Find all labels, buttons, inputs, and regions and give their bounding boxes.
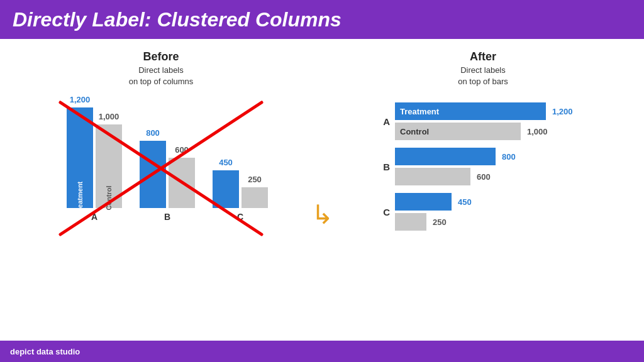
col-group-c: 450 250 C [213, 170, 268, 222]
hbar-row-control-a: Control 1,000 [395, 123, 573, 140]
group-a-label: A [91, 212, 97, 222]
hbar-value-treatment-b: 800 [502, 152, 516, 162]
hbar-row-treatment-b: 800 [395, 148, 516, 165]
hbar-control-c [395, 213, 426, 231]
hbar-treatment-b [395, 148, 496, 165]
hbar-label-b: B [376, 162, 390, 172]
hbar-value-treatment-a: 1,200 [552, 107, 573, 116]
hbar-row-treatment-c: 450 [395, 193, 472, 211]
hbar-value-treatment-c: 450 [458, 197, 472, 207]
after-chart: A Treatment 1,200 Control 1,000 [376, 102, 590, 238]
bar-treatment-b: 800 [140, 141, 166, 208]
hbar-inner-label-treatment-a: Treatment [400, 107, 439, 116]
hbar-row-treatment-a: Treatment 1,200 [395, 102, 573, 120]
label-control-a: 1,000 [99, 112, 119, 121]
footer: depict data studio [0, 341, 644, 362]
bar-control-c: 250 [242, 187, 268, 208]
bar-control-a: 1,000 Control [96, 124, 122, 208]
group-b-label: B [164, 212, 170, 222]
label-treatment-c: 450 [219, 158, 233, 167]
hbar-value-control-a: 1,000 [527, 127, 548, 136]
arrow-indicator: ↳ [303, 50, 341, 341]
before-section: Before Direct labelson top of columns 1,… [19, 50, 303, 341]
bar-control-b: 600 [169, 158, 195, 208]
hbar-treatment-c [395, 193, 452, 211]
hbar-inner-label-control-a: Control [400, 127, 429, 136]
column-chart-area: 1,200 Treatment 1,000 Control [54, 96, 268, 222]
hbar-row-control-c: 250 [395, 213, 472, 231]
hbar-control-b [395, 168, 470, 185]
bars-row-b: 800 600 [140, 141, 195, 208]
page-title: Directly Label: Clustered Columns [13, 8, 341, 31]
hbar-label-c: C [376, 207, 390, 217]
group-c-label: C [237, 212, 243, 222]
hbar-row-control-b: 600 [395, 168, 516, 185]
hbar-group-b: B 800 600 [376, 148, 590, 185]
after-section: After Direct labelson top of bars A Trea… [341, 50, 625, 341]
label-treatment-a: 1,200 [70, 95, 91, 104]
hbar-value-control-c: 250 [433, 217, 447, 227]
hbar-control-a: Control [395, 123, 521, 140]
hbar-label-a: A [376, 116, 390, 127]
hbar-treatment-a: Treatment [395, 102, 546, 120]
hbar-group-c: C 450 250 [376, 193, 590, 231]
bars-row-a: 1,200 Treatment 1,000 Control [67, 107, 122, 208]
label-control-c: 250 [248, 175, 262, 184]
bar-treatment-a: 1,200 Treatment [67, 107, 93, 208]
header: Directly Label: Clustered Columns [0, 0, 644, 39]
hbar-value-control-b: 600 [477, 172, 491, 182]
hbar-rows-a: Treatment 1,200 Control 1,000 [395, 102, 573, 140]
before-chart: 1,200 Treatment 1,000 Control [54, 96, 268, 247]
bar-treatment-c: 450 [213, 170, 239, 208]
label-treatment-b: 800 [146, 128, 160, 138]
footer-label: depict data studio [10, 347, 80, 356]
bars-row-c: 450 250 [213, 170, 268, 208]
before-title: Before [143, 50, 179, 63]
bar-axis-control: Control [105, 186, 113, 211]
col-group-b: 800 600 B [140, 141, 195, 222]
hbar-group-a: A Treatment 1,200 Control 1,000 [376, 102, 590, 140]
bar-axis-treatment: Treatment [76, 182, 84, 215]
main-content: Before Direct labelson top of columns 1,… [0, 39, 644, 341]
hbar-rows-b: 800 600 [395, 148, 516, 185]
hbar-rows-c: 450 250 [395, 193, 472, 231]
before-subtitle: Direct labelson top of columns [129, 65, 194, 87]
after-subtitle: Direct labelson top of bars [458, 65, 508, 87]
label-control-b: 600 [175, 145, 189, 155]
col-group-a: 1,200 Treatment 1,000 Control [67, 107, 122, 222]
after-title: After [470, 50, 496, 63]
